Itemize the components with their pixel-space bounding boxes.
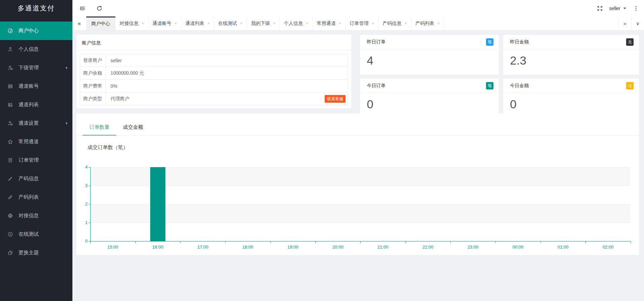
close-icon[interactable]: × (372, 21, 374, 26)
tab-my-subordinates[interactable]: 我的下级× (247, 16, 280, 30)
more-vertical-icon[interactable] (632, 4, 640, 12)
tabs-collapse-button[interactable]: ∨ (631, 16, 644, 30)
document-icon (7, 157, 13, 163)
sidebar-item-online-test[interactable]: ¥在线测试 (0, 225, 72, 243)
close-icon[interactable]: × (207, 21, 210, 26)
stat-card-title: 昨日订单 (367, 39, 386, 45)
sidebar-item-label: 订单管理 (19, 157, 39, 163)
close-icon[interactable]: × (174, 21, 177, 26)
tabs-scroll-left-button[interactable]: « (72, 16, 86, 30)
y-axis (90, 167, 91, 241)
sidebar-item-favorite-channels[interactable]: 常用通道 (0, 133, 72, 151)
tab-label: 我的下级 (251, 21, 270, 27)
sidebar-item-label: 产码列表 (19, 194, 39, 200)
y-tick-label: 2 (78, 201, 88, 206)
tab-profile[interactable]: 个人信息× (280, 16, 313, 30)
tab-label: 商户中心 (91, 21, 110, 27)
chart-gridband (90, 204, 631, 223)
tab-label: 产码列表 (415, 21, 434, 27)
tab-label: 产码信息 (383, 21, 401, 27)
gear-icon (7, 213, 13, 219)
stat-card-value: 2.3 (510, 54, 639, 67)
sidebar-item-code-list[interactable]: 产码列表 (0, 188, 72, 206)
account-row-value: 代理商户 (106, 92, 129, 105)
tab-favorite-channels[interactable]: 常用通道× (313, 16, 346, 30)
pen-icon (7, 176, 13, 182)
tab-channel-list[interactable]: 通道列表× (181, 16, 214, 30)
x-tick (541, 241, 541, 243)
sidebar-item-subordinate-management[interactable]: 下级管理▼ (0, 59, 72, 77)
stat-card-yesterday-orders: 昨日订单笔4 (360, 35, 499, 75)
account-row-label: 登录商户 (80, 54, 106, 67)
user-menu[interactable]: seller (609, 6, 626, 11)
account-row-value: seller (106, 54, 122, 67)
chart-tab-transaction-amount[interactable]: 成交金额 (116, 120, 150, 136)
y-tick-label: 3 (78, 183, 88, 188)
account-row-merchant-type: 商户类型代理商户联系客服 (80, 92, 348, 105)
tab-code-list[interactable]: 产码列表× (411, 16, 444, 30)
contact-support-button[interactable]: 联系客服 (325, 95, 346, 103)
refresh-icon[interactable] (95, 4, 103, 12)
sidebar-item-label: 通道设置 (19, 120, 39, 126)
close-icon[interactable]: × (141, 21, 144, 26)
topbar-right: seller (596, 4, 640, 12)
x-tick-label: 20:00 (315, 244, 360, 250)
fullscreen-icon[interactable] (596, 4, 604, 12)
tab-label: 常用通道 (317, 21, 336, 27)
tab-online-test[interactable]: 在线测试× (214, 16, 247, 30)
tab-channel-account[interactable]: 通道账号× (149, 16, 182, 30)
sidebar-item-label: 个人信息 (19, 46, 39, 52)
stat-card-header: 昨日金额元 (503, 35, 639, 49)
link-icon (7, 194, 13, 200)
close-icon[interactable]: × (273, 21, 276, 26)
sidebar-item-label: 下级管理 (19, 65, 39, 71)
unit-badge: 笔 (486, 38, 493, 46)
tab-label: 在线测试 (218, 21, 237, 27)
sidebar-item-label: 商户中心 (19, 28, 39, 34)
account-row-merchant-balance: 商户余额1000000.000 元 (80, 67, 348, 80)
y-tick (89, 167, 90, 167)
x-tick (585, 241, 586, 243)
sidebar-item-channel-list[interactable]: 通道列表 (0, 96, 72, 114)
sidebar: 多通道支付 商户中心个人信息下级管理▼通道账号通道列表通道设置▼常用通道订单管理… (0, 0, 72, 301)
tab-code-info[interactable]: 产码信息× (379, 16, 412, 30)
unit-badge: 元 (626, 38, 634, 46)
x-tick (180, 241, 181, 243)
tabbar: « 商户中心对接信息×通道账号×通道列表×在线测试×我的下级×个人信息×常用通道… (72, 16, 644, 31)
x-tick (406, 241, 406, 243)
stat-card-title: 今日金额 (510, 83, 529, 89)
x-tick (90, 241, 91, 243)
sidebar-item-order-management[interactable]: 订单管理 (0, 151, 72, 170)
account-row-value: 1000000.000 元 (106, 67, 144, 79)
sidebar-item-code-info[interactable]: 产码信息 (0, 170, 72, 188)
tab-label: 对接信息 (120, 21, 138, 27)
close-icon[interactable]: × (437, 21, 440, 26)
chart-tab-order-count[interactable]: 订单数量 (83, 120, 116, 136)
grid-plus-icon (7, 102, 13, 108)
stat-card-header: 今日金额元 (503, 79, 639, 93)
sidebar-item-integration-info[interactable]: 对接信息 (0, 206, 72, 225)
user-icon (7, 46, 13, 52)
x-tick-label: 16:00 (135, 244, 181, 250)
y-tick-label: 4 (78, 164, 88, 170)
close-icon[interactable]: × (405, 21, 407, 26)
sidebar-item-profile[interactable]: 个人信息 (0, 40, 72, 59)
sidebar-item-channel-account[interactable]: 通道账号 (0, 77, 72, 96)
tab-merchant-center[interactable]: 商户中心 (86, 16, 116, 30)
close-icon[interactable]: × (240, 21, 243, 26)
close-icon[interactable]: × (339, 21, 342, 26)
stat-card-value: 0 (510, 98, 639, 111)
tab-label: 通道列表 (185, 21, 204, 27)
tab-order-management[interactable]: 订单管理× (346, 16, 379, 30)
tabs-scroll-right-button[interactable]: » (618, 16, 631, 30)
sidebar-item-label: 通道账号 (19, 83, 39, 89)
close-icon[interactable]: × (306, 21, 309, 26)
collapse-menu-icon[interactable] (78, 4, 87, 12)
stat-card-title: 昨日金额 (510, 39, 529, 45)
tab-integration-info[interactable]: 对接信息× (116, 16, 149, 30)
sidebar-item-channel-settings[interactable]: 通道设置▼ (0, 114, 72, 133)
sidebar-item-merchant-center[interactable]: 商户中心 (0, 22, 72, 40)
sidebar-item-change-theme[interactable]: 更换主题 (0, 243, 72, 262)
topbar: seller (72, 0, 644, 16)
chart-panel: 订单数量成交金额 成交订单数（笔） 0123415:0016:0017:0018… (76, 113, 639, 255)
